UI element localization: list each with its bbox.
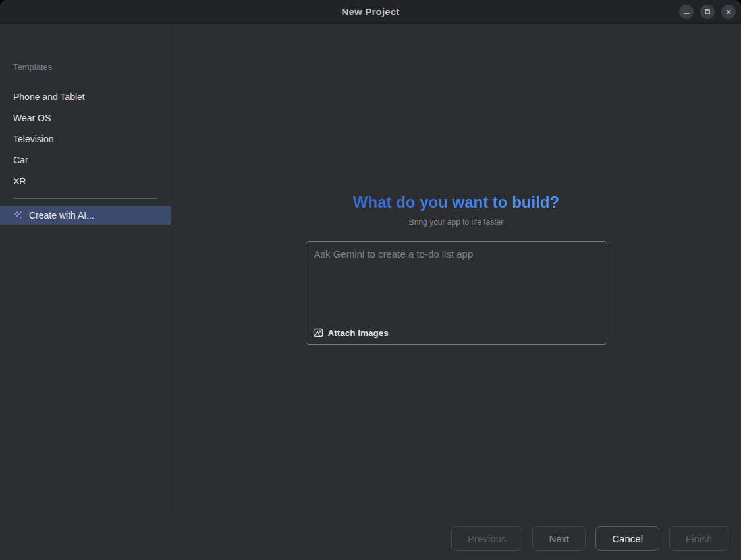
template-list: Phone and Tablet Wear OS Television Car … <box>0 86 171 192</box>
titlebar: New Project ✕ <box>0 0 741 24</box>
sidebar-item-create-with-ai[interactable]: Create with AI... <box>0 206 171 225</box>
gemini-prompt-box: Attach Images <box>306 241 607 345</box>
close-button[interactable]: ✕ <box>721 5 736 19</box>
dialog-footer: Previous Next Cancel Finish <box>0 517 741 560</box>
minimize-button[interactable] <box>679 5 694 19</box>
create-with-ai-label: Create with AI... <box>29 210 94 221</box>
gemini-sparkle-icon <box>13 210 24 221</box>
attach-images-button[interactable]: Attach Images <box>313 327 389 338</box>
finish-button[interactable]: Finish <box>669 526 728 551</box>
sidebar-item-television[interactable]: Television <box>0 128 171 150</box>
sidebar-item-xr[interactable]: XR <box>0 171 171 192</box>
page-subtitle: Bring your app to life faster <box>409 217 503 227</box>
maximize-button[interactable] <box>700 5 715 19</box>
image-icon <box>313 327 323 338</box>
close-icon: ✕ <box>725 9 731 16</box>
sidebar-divider <box>13 198 157 199</box>
sidebar-item-wear-os[interactable]: Wear OS <box>0 107 171 128</box>
sidebar-header: Templates <box>0 61 171 73</box>
minimize-icon <box>684 13 690 14</box>
sidebar-item-phone-and-tablet[interactable]: Phone and Tablet <box>0 86 171 107</box>
new-project-dialog: New Project ✕ Templates Phone and Tablet… <box>0 0 741 560</box>
gemini-prompt-input[interactable] <box>306 242 607 314</box>
attach-images-label: Attach Images <box>328 328 389 338</box>
sidebar-item-car[interactable]: Car <box>0 150 171 171</box>
page-title: What do you want to build? <box>353 193 559 211</box>
window-controls: ✕ <box>679 0 736 24</box>
window-title: New Project <box>341 6 399 17</box>
previous-button[interactable]: Previous <box>451 526 522 551</box>
cancel-button[interactable]: Cancel <box>595 526 659 551</box>
next-button[interactable]: Next <box>532 526 586 551</box>
templates-sidebar: Templates Phone and Tablet Wear OS Telev… <box>0 24 171 517</box>
maximize-icon <box>705 9 710 14</box>
main-panel: What do you want to build? Bring your ap… <box>171 24 741 517</box>
